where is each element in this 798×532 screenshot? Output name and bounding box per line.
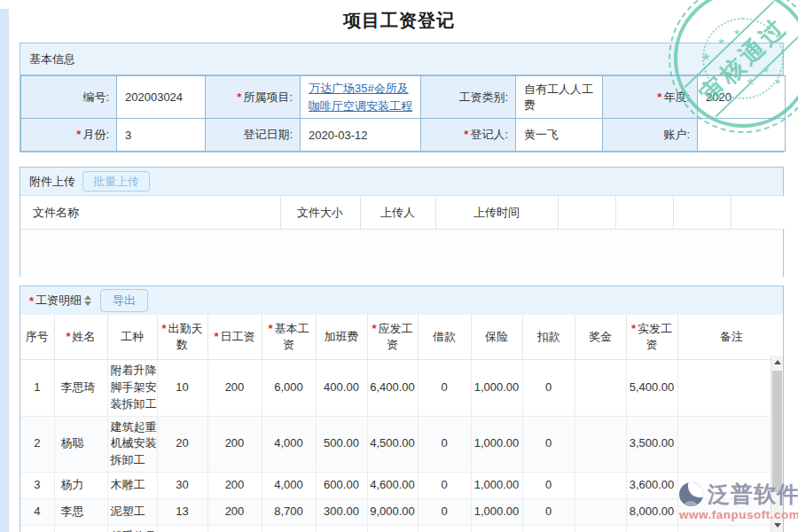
salary-cell: 200 [207, 473, 262, 499]
basic-info-table: 编号:202003024*所属项目:万达广场35#会所及咖啡厅空调安装工程工资类… [20, 75, 786, 152]
page-title: 项目工资登记 [0, 9, 798, 33]
salary-cell: 390.00 [316, 526, 367, 532]
salary-cell: 0 [418, 473, 471, 499]
basic-info-section: 基本信息 编号:202003024*所属项目:万达广场35#会所及咖啡厅空调安装… [20, 43, 784, 153]
required-marker: * [464, 128, 468, 141]
salary-cell: 3 [20, 473, 54, 499]
field-label-registrant: *登记人: [421, 119, 516, 152]
salary-detail-section: * 工资明细 导出 序号*姓名工种*出勤天数*日工资*基本工资加班费*应发工资借… [20, 286, 784, 532]
field-value-wage-type: 自有工人人工费 [516, 76, 603, 119]
scrollbar-thumb[interactable] [772, 371, 782, 492]
sort-toggle-icon[interactable] [82, 293, 93, 308]
salary-cell: 30 [157, 473, 207, 499]
salary-row-1: 1李思琦附着升降脚手架安装拆卸工102006,000400.006,400.00… [20, 360, 784, 417]
field-value-register-date: 2020-03-12 [301, 119, 421, 152]
attachment-col-header-0: 文件名称 [20, 196, 280, 230]
salary-col-header-9: 保险 [471, 315, 522, 360]
salary-cell: 李思琦 [54, 360, 107, 417]
salary-cell: 4,390.00 [367, 526, 418, 532]
required-marker: * [631, 322, 636, 335]
attachment-section: 附件上传 批量上传 文件名称文件大小上传人上传时间 [20, 167, 784, 277]
basic-info-title: 基本信息 [29, 51, 75, 67]
field-value-project: 万达广场35#会所及咖啡厅空调安装工程 [301, 76, 421, 119]
salary-cell: 1,000.00 [471, 499, 522, 526]
field-label-register-date: 登记日期: [206, 119, 301, 152]
export-button[interactable]: 导出 [100, 289, 148, 312]
salary-cell: 杨力 [54, 473, 107, 499]
salary-cell: 200 [207, 360, 262, 417]
required-marker: * [161, 322, 166, 335]
salary-cell: 300.00 [316, 499, 367, 526]
batch-upload-button[interactable]: 批量上传 [82, 171, 150, 192]
project-link[interactable]: 万达广场35#会所及咖啡厅空调安装工程 [309, 82, 412, 113]
salary-cell: 8,000.00 [626, 499, 677, 526]
attachment-col-header-1: 文件大小 [280, 196, 360, 230]
attachment-empty-area [20, 230, 783, 278]
scrollbar-up-arrow[interactable] [771, 356, 783, 369]
salary-detail-toolbar: * 工资明细 导出 [20, 286, 783, 315]
salary-detail-title: 工资明细 [35, 293, 82, 309]
salary-cell: 0 [522, 526, 575, 532]
salary-col-header-4: *日工资 [207, 315, 262, 360]
vendor-brand-name: 泛普软件 [708, 483, 798, 505]
salary-cell: 0 [522, 360, 575, 417]
salary-cell: 13 [157, 499, 207, 526]
field-label-wage-type: 工资类别: [421, 76, 516, 119]
field-value-year: 2020 [698, 76, 786, 119]
salary-cell: 10 [157, 360, 207, 417]
salary-cell: 0 [418, 360, 471, 417]
field-value-number: 202003024 [117, 76, 206, 119]
salary-col-header-11: 奖金 [575, 315, 626, 360]
salary-cell [677, 360, 784, 417]
salary-cell [575, 360, 626, 417]
salary-cell: 0 [522, 473, 575, 499]
salary-cell [677, 526, 784, 532]
required-marker: * [29, 294, 34, 308]
basic-info-header: 基本信息 [20, 43, 783, 75]
salary-cell: 0 [418, 526, 471, 532]
attachment-col-empty [673, 196, 731, 230]
salary-col-header-7: *应发工资 [367, 315, 418, 360]
attachment-table: 文件名称文件大小上传人上传时间 [20, 196, 785, 230]
salary-cell: 4,000 [262, 473, 316, 499]
salary-row-4: 4李思泥塑工132008,700300.009,000.0001,000.000… [20, 499, 784, 526]
salary-cell: 6,000 [262, 360, 316, 417]
salary-cell: 0 [522, 416, 575, 473]
salary-row-5: 5赵成起重信号司索工182004,000390.004,390.0001,000… [20, 526, 784, 532]
salary-cell: 4,000 [262, 416, 316, 473]
salary-cell: 0 [418, 499, 471, 526]
salary-col-header-13: 备注 [677, 315, 784, 360]
salary-cell: 3,600.00 [626, 473, 677, 499]
salary-cell: 赵成 [54, 526, 107, 532]
salary-row-3: 3杨力木雕工302004,000600.004,600.0001,000.000… [20, 473, 784, 499]
salary-cell: 4 [20, 499, 54, 526]
required-marker: * [66, 330, 70, 343]
salary-cell: 起重信号司索工 [107, 526, 157, 532]
salary-cell: 600.00 [316, 473, 367, 499]
salary-cell: 200 [207, 526, 262, 532]
salary-cell: 500.00 [316, 416, 367, 473]
required-marker: * [237, 90, 241, 104]
required-marker: * [214, 330, 218, 343]
salary-cell: 1,000.00 [471, 526, 522, 532]
field-label-number: 编号: [21, 76, 117, 119]
salary-cell: 200 [207, 416, 262, 473]
salary-cell: 5 [20, 526, 54, 532]
salary-cell: 杨聪 [54, 416, 107, 473]
salary-cell: 1,000.00 [471, 473, 522, 499]
salary-col-header-5: *基本工资 [262, 315, 316, 360]
salary-cell: 18 [157, 526, 207, 532]
salary-cell: 3,500.00 [626, 416, 677, 473]
left-margin-strip [0, 9, 9, 532]
salary-col-header-0: 序号 [20, 315, 54, 360]
field-label-month: *月份: [21, 119, 117, 152]
salary-cell: 4,600.00 [367, 473, 418, 499]
salary-cell: 木雕工 [107, 473, 157, 499]
required-marker: * [657, 90, 661, 104]
salary-cell: 1,000.00 [471, 360, 522, 417]
attachment-header: 附件上传 批量上传 [20, 168, 783, 196]
vendor-url: www.fanpusoft.com [679, 508, 798, 521]
field-value-registrant: 黄一飞 [516, 119, 603, 152]
attachment-col-empty [731, 196, 785, 230]
salary-row-2: 2杨聪建筑起重机械安装拆卸工202004,000500.004,500.0001… [20, 416, 784, 473]
